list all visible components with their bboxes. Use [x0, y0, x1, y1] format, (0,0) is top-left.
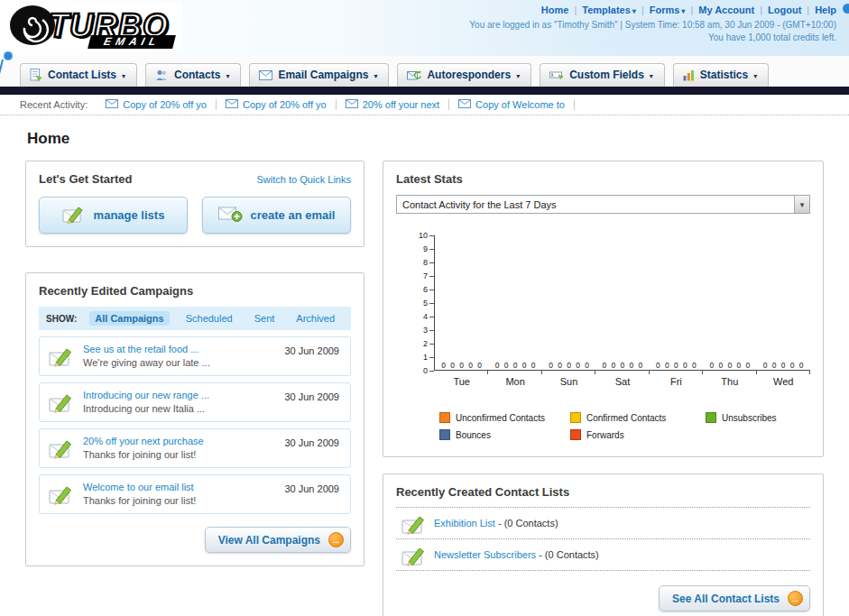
latest-stats-panel: Latest Stats Contact Activity for the La…: [383, 161, 824, 457]
see-all-contact-lists-label: See All Contact Lists: [672, 593, 780, 605]
bar-value-label: 0: [656, 361, 660, 370]
bar-value-label: 0: [727, 361, 732, 370]
recent-activity-item[interactable]: Copy of 20% off yo: [217, 99, 337, 110]
contact-list-item: Exhibition List - (0 Contacts): [396, 508, 810, 539]
tab-autoresponders[interactable]: Autoresponders: [397, 63, 531, 87]
chevron-down-icon: [226, 69, 229, 80]
bar-value-label: 0: [522, 361, 527, 370]
campaign-date: 30 Jun 2009: [284, 483, 339, 494]
y-axis-tick: 6: [423, 285, 434, 294]
chart-category-group: 00000Wed: [757, 235, 810, 370]
y-axis-tick: 2: [423, 339, 434, 348]
y-axis-tick: 4: [423, 312, 434, 321]
legend-label: Confirmed Contacts: [586, 413, 666, 423]
legend-label: Unconfirmed Contacts: [456, 413, 545, 423]
y-axis-tick: 3: [423, 326, 434, 335]
left-column: Let's Get Started Switch to Quick Links …: [25, 161, 365, 566]
tab-label: Autoresponders: [427, 69, 511, 81]
get-started-title: Let's Get Started: [39, 172, 133, 186]
top-link-my-account[interactable]: My Account: [698, 5, 754, 15]
arrow-right-icon: [788, 591, 803, 606]
tab-label: Custom Fields: [569, 69, 644, 81]
bar-value-label: 0: [612, 361, 616, 370]
contact-list-detail: - (0 Contacts): [536, 549, 599, 560]
stats-activity-select[interactable]: Contact Activity for the Last 7 Days: [396, 195, 810, 214]
contacts-icon: [155, 69, 169, 81]
create-email-button[interactable]: create an email: [202, 197, 351, 234]
autoresponders-icon: [407, 69, 421, 81]
campaign-filter-sent[interactable]: Sent: [249, 311, 281, 326]
manage-lists-button[interactable]: manage lists: [39, 197, 188, 234]
campaign-date: 30 Jun 2009: [284, 437, 339, 448]
campaign-filter-archived[interactable]: Archived: [291, 311, 340, 326]
separator: |: [807, 5, 809, 15]
bar-value-label: 0: [665, 361, 669, 370]
tab-statistics[interactable]: Statistics: [673, 63, 769, 87]
decoration-dot-icon: [843, 4, 849, 14]
campaign-filter-scheduled[interactable]: Scheduled: [180, 311, 238, 326]
campaign-title-link[interactable]: See us at the retail food ...: [83, 344, 267, 354]
separator: |: [690, 5, 693, 15]
app-logo[interactable]: TURBO EMAIL: [7, 3, 181, 50]
recent-activity-text: Copy of 20% off yo: [123, 99, 207, 110]
campaign-title-link[interactable]: Introducing our new range ...: [83, 390, 267, 400]
view-all-campaigns-button[interactable]: View All Campaigns: [205, 527, 351, 553]
legend-swatch: [706, 412, 716, 423]
contact-list-name-link[interactable]: Newsletter Subscribers: [434, 549, 536, 560]
recent-activity-item[interactable]: 20% off your next: [337, 99, 449, 110]
campaign-title-link[interactable]: Welcome to our email list: [83, 482, 267, 492]
tab-label: Contact Lists: [48, 69, 116, 81]
tab-contact-lists[interactable]: Contact Lists: [20, 63, 137, 87]
see-all-contact-lists-button[interactable]: See All Contact Lists: [659, 585, 810, 611]
pencil-envelope-icon: [62, 204, 86, 226]
separator: |: [574, 5, 577, 15]
contact-list-items: Exhibition List - (0 Contacts)Newsletter…: [396, 508, 810, 571]
recent-activity-text: 20% off your next: [363, 99, 439, 110]
campaign-filter-bar: SHOW: All CampaignsScheduledSentArchived: [39, 307, 351, 330]
tab-custom-fields[interactable]: Custom Fields: [540, 63, 665, 87]
top-link-logout[interactable]: Logout: [768, 5, 801, 15]
top-link-forms[interactable]: Forms▾: [650, 5, 686, 15]
contact-list-item: Newsletter Subscribers - (0 Contacts): [396, 539, 810, 571]
top-link-templates[interactable]: Templates▾: [582, 5, 636, 15]
separator: |: [641, 5, 644, 15]
top-link-help[interactable]: Help: [815, 5, 836, 15]
chart-category-group: 00000Mon: [488, 235, 541, 370]
chart-category-group: 00000Sun: [542, 235, 595, 370]
chevron-down-icon: ▾: [632, 7, 636, 15]
chevron-down-icon: [753, 69, 757, 80]
contact-lists-title: Recently Created Contact Lists: [396, 485, 569, 499]
recent-activity-item[interactable]: Copy of 20% off yo: [97, 99, 217, 110]
x-axis-label: Mon: [488, 370, 541, 387]
separator: |: [760, 5, 762, 15]
tab-label: Email Campaigns: [278, 69, 368, 81]
campaign-title-link[interactable]: 20% off your next purchase: [83, 436, 267, 446]
main-content: Home Let's Get Started Switch to Quick L…: [0, 115, 849, 616]
top-link-home[interactable]: Home: [541, 5, 569, 15]
legend-swatch: [439, 429, 450, 440]
tab-email-campaigns[interactable]: Email Campaigns: [249, 63, 389, 87]
x-axis-label: Sat: [595, 370, 649, 387]
campaigns-title: Recently Edited Campaigns: [39, 284, 193, 298]
legend-item-unsubscribes: Unsubscribes: [706, 412, 810, 423]
bar-value-label: 0: [558, 361, 562, 370]
chevron-down-icon: [794, 196, 809, 213]
tab-contacts[interactable]: Contacts: [145, 63, 241, 87]
chart-category-group: 00000Tue: [435, 235, 488, 370]
logo-text: TURBO EMAIL: [49, 9, 169, 43]
legend-swatch: [570, 429, 581, 440]
y-axis-tick: 8: [423, 258, 434, 267]
campaign-subtitle: Introducing our new Italia ...: [83, 403, 267, 414]
bar-value-label: 0: [718, 361, 723, 370]
x-axis-label: Thu: [703, 370, 756, 387]
contact-list-name-link[interactable]: Exhibition List: [434, 518, 495, 529]
recent-activity-item[interactable]: Copy of Welcome to: [449, 99, 575, 110]
bar-value-label: 0: [576, 361, 580, 370]
bar-value-label: 0: [441, 361, 446, 370]
bar-value-label: 0: [772, 361, 777, 370]
y-axis-tick: 10: [419, 231, 434, 240]
campaign-filter-all-campaigns[interactable]: All Campaigns: [89, 311, 169, 326]
get-started-panel: Let's Get Started Switch to Quick Links …: [25, 161, 365, 247]
switch-quick-links-link[interactable]: Switch to Quick Links: [256, 174, 351, 185]
stats-title: Latest Stats: [396, 172, 463, 186]
